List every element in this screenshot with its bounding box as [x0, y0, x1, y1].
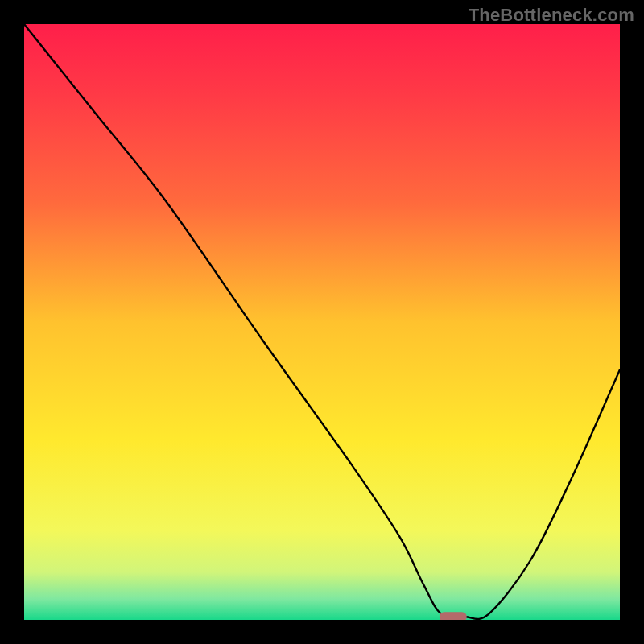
gradient-background: [24, 24, 620, 620]
watermark-label: TheBottleneck.com: [469, 5, 634, 26]
optimum-marker: [440, 612, 467, 620]
chart-frame: TheBottleneck.com: [0, 0, 644, 644]
chart-svg: [24, 24, 620, 620]
plot-area: [24, 24, 620, 620]
